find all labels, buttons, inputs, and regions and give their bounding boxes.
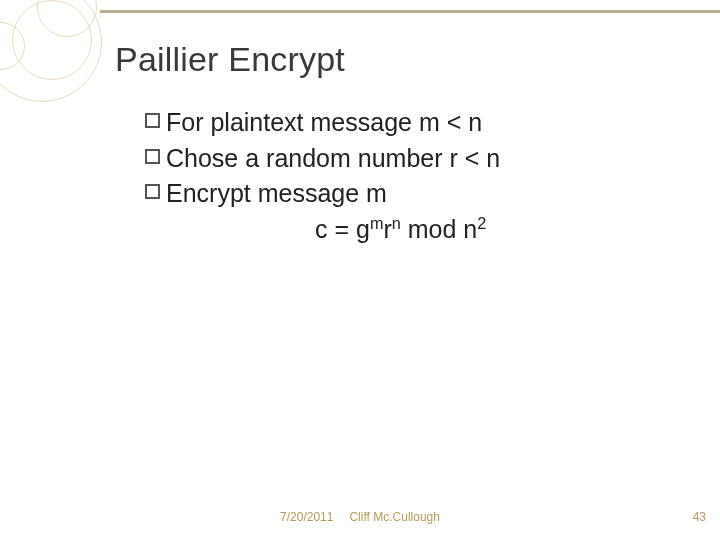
- slide: Paillier Encrypt For plaintext message m…: [0, 0, 720, 540]
- footer-author: Cliff Mc.Cullough: [349, 510, 439, 524]
- footer-date: 7/20/2011: [280, 510, 333, 524]
- page-number: 43: [693, 510, 706, 524]
- square-bullet-icon: [145, 149, 160, 164]
- bullet-item: Chose a random number r < n: [145, 141, 680, 177]
- bullet-text: Encrypt message m: [166, 176, 387, 212]
- bullet-item: Encrypt message m: [145, 176, 680, 212]
- slide-footer: 7/20/2011 Cliff Mc.Cullough: [0, 510, 720, 524]
- bullet-text: Chose a random number r < n: [166, 141, 500, 177]
- formula-text: c = gmrn mod n2: [145, 212, 680, 248]
- bullet-item: For plaintext message m < n: [145, 105, 680, 141]
- square-bullet-icon: [145, 113, 160, 128]
- square-bullet-icon: [145, 184, 160, 199]
- bullet-text: For plaintext message m < n: [166, 105, 482, 141]
- slide-body: For plaintext message m < n Chose a rand…: [115, 105, 680, 247]
- slide-title: Paillier Encrypt: [115, 40, 680, 79]
